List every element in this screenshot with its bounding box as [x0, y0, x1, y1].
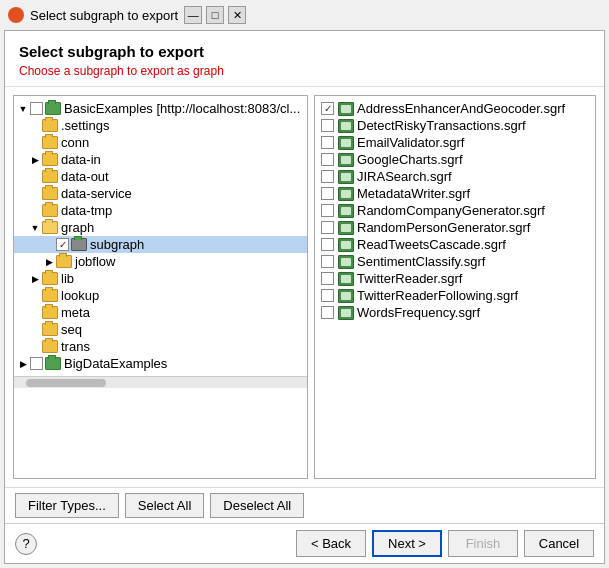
expand-jobflow[interactable]: ▶: [42, 255, 56, 269]
folder-icon-basicexamples: [45, 102, 61, 115]
file-checkbox[interactable]: [321, 272, 334, 285]
back-button[interactable]: < Back: [296, 530, 366, 557]
title-bar-controls: — □ ✕: [184, 6, 246, 24]
dialog-body: ▼ BasicExamples [http://localhost:8083/c…: [5, 87, 604, 487]
tree-panel[interactable]: ▼ BasicExamples [http://localhost:8083/c…: [13, 95, 308, 479]
folder-icon-bigdataexamples: [45, 357, 61, 370]
select-all-button[interactable]: Select All: [125, 493, 204, 518]
file-item[interactable]: MetadataWriter.sgrf: [315, 185, 595, 202]
file-item[interactable]: EmailValidator.sgrf: [315, 134, 595, 151]
tree-item-settings[interactable]: .settings: [14, 117, 307, 134]
file-checkbox[interactable]: [321, 136, 334, 149]
file-label: WordsFrequency.sgrf: [357, 305, 480, 320]
file-checkbox[interactable]: [321, 102, 334, 115]
filter-types-button[interactable]: Filter Types...: [15, 493, 119, 518]
dialog-subtitle: Choose a subgraph to export as graph: [19, 64, 590, 78]
file-item[interactable]: ReadTweetsCascade.sgrf: [315, 236, 595, 253]
help-button[interactable]: ?: [15, 533, 37, 555]
sgrf-icon: [338, 187, 354, 201]
file-checkbox[interactable]: [321, 238, 334, 251]
check-basicexamples[interactable]: [30, 102, 43, 115]
expand-bigdataexamples[interactable]: ▶: [16, 357, 30, 371]
tree-item-data-service[interactable]: data-service: [14, 185, 307, 202]
tree-item-lib[interactable]: ▶ lib: [14, 270, 307, 287]
file-checkbox[interactable]: [321, 153, 334, 166]
folder-icon-graph: [42, 221, 58, 234]
minimize-button[interactable]: —: [184, 6, 202, 24]
file-label: DetectRiskyTransactions.sgrf: [357, 118, 526, 133]
file-item[interactable]: AddressEnhancerAndGeocoder.sgrf: [315, 100, 595, 117]
file-label: MetadataWriter.sgrf: [357, 186, 470, 201]
label-conn: conn: [61, 135, 89, 150]
tree-item-bigdataexamples[interactable]: ▶ BigDataExamples: [14, 355, 307, 372]
file-checkbox[interactable]: [321, 170, 334, 183]
file-item[interactable]: DetectRiskyTransactions.sgrf: [315, 117, 595, 134]
folder-icon-data-in: [42, 153, 58, 166]
title-bar-title: Select subgraph to export: [30, 8, 178, 23]
tree-item-data-in[interactable]: ▶ data-in: [14, 151, 307, 168]
file-item[interactable]: GoogleCharts.sgrf: [315, 151, 595, 168]
file-checkbox[interactable]: [321, 204, 334, 217]
expand-data-in[interactable]: ▶: [28, 153, 42, 167]
file-checkbox[interactable]: [321, 221, 334, 234]
file-label: ReadTweetsCascade.sgrf: [357, 237, 506, 252]
expand-lib[interactable]: ▶: [28, 272, 42, 286]
file-checkbox[interactable]: [321, 255, 334, 268]
label-data-service: data-service: [61, 186, 132, 201]
sgrf-icon: [338, 272, 354, 286]
tree-item-conn[interactable]: conn: [14, 134, 307, 151]
check-subgraph[interactable]: [56, 238, 69, 251]
file-checkbox[interactable]: [321, 187, 334, 200]
tree-item-data-tmp[interactable]: data-tmp: [14, 202, 307, 219]
cancel-button[interactable]: Cancel: [524, 530, 594, 557]
label-graph: graph: [61, 220, 94, 235]
tree-item-basicexamples[interactable]: ▼ BasicExamples [http://localhost:8083/c…: [14, 100, 307, 117]
expand-graph[interactable]: ▼: [28, 221, 42, 235]
file-label: EmailValidator.sgrf: [357, 135, 464, 150]
file-checkbox[interactable]: [321, 289, 334, 302]
tree-item-lookup[interactable]: lookup: [14, 287, 307, 304]
dialog-heading: Select subgraph to export: [19, 43, 590, 60]
sgrf-icon: [338, 289, 354, 303]
label-data-tmp: data-tmp: [61, 203, 112, 218]
tree-item-subgraph[interactable]: subgraph: [14, 236, 307, 253]
file-checkbox[interactable]: [321, 306, 334, 319]
expand-basicexamples[interactable]: ▼: [16, 102, 30, 116]
tree-item-jobflow[interactable]: ▶ jobflow: [14, 253, 307, 270]
file-item[interactable]: TwitterReaderFollowing.sgrf: [315, 287, 595, 304]
folder-icon-subgraph: [71, 238, 87, 251]
finish-button[interactable]: Finish: [448, 530, 518, 557]
tree-item-seq[interactable]: seq: [14, 321, 307, 338]
tree-item-trans[interactable]: trans: [14, 338, 307, 355]
label-meta: meta: [61, 305, 90, 320]
folder-icon-settings: [42, 119, 58, 132]
file-label: JIRASearch.sgrf: [357, 169, 452, 184]
nav-row: ? < Back Next > Finish Cancel: [5, 523, 604, 563]
file-item[interactable]: RandomCompanyGenerator.sgrf: [315, 202, 595, 219]
close-button[interactable]: ✕: [228, 6, 246, 24]
file-item[interactable]: RandomPersonGenerator.sgrf: [315, 219, 595, 236]
sgrf-icon: [338, 306, 354, 320]
tree-scrollbar-h[interactable]: [14, 376, 307, 388]
tree-item-meta[interactable]: meta: [14, 304, 307, 321]
file-item[interactable]: JIRASearch.sgrf: [315, 168, 595, 185]
file-checkbox[interactable]: [321, 119, 334, 132]
tree-item-graph[interactable]: ▼ graph: [14, 219, 307, 236]
check-bigdataexamples[interactable]: [30, 357, 43, 370]
maximize-button[interactable]: □: [206, 6, 224, 24]
deselect-all-button[interactable]: Deselect All: [210, 493, 304, 518]
folder-icon-lookup: [42, 289, 58, 302]
sgrf-icon: [338, 221, 354, 235]
sgrf-icon: [338, 238, 354, 252]
file-item[interactable]: WordsFrequency.sgrf: [315, 304, 595, 321]
file-item[interactable]: SentimentClassify.sgrf: [315, 253, 595, 270]
file-label: TwitterReader.sgrf: [357, 271, 463, 286]
file-label: RandomPersonGenerator.sgrf: [357, 220, 530, 235]
tree-item-data-out[interactable]: data-out: [14, 168, 307, 185]
sgrf-icon: [338, 119, 354, 133]
folder-icon-meta: [42, 306, 58, 319]
file-panel[interactable]: AddressEnhancerAndGeocoder.sgrfDetectRis…: [314, 95, 596, 479]
next-button[interactable]: Next >: [372, 530, 442, 557]
file-item[interactable]: TwitterReader.sgrf: [315, 270, 595, 287]
label-subgraph: subgraph: [90, 237, 144, 252]
